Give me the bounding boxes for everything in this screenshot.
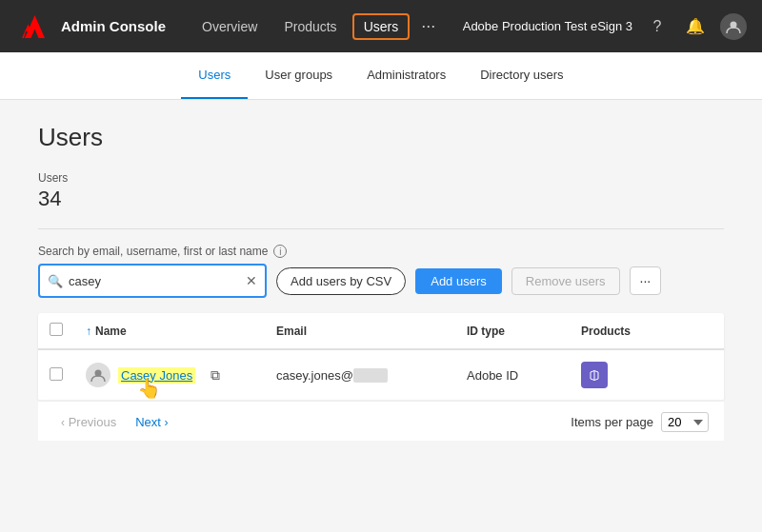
search-info-icon[interactable]: i: [273, 245, 287, 258]
sub-navigation: Users User groups Administrators Directo…: [0, 52, 762, 100]
subnav-user-groups[interactable]: User groups: [248, 52, 350, 99]
th-idtype: ID type: [455, 313, 570, 349]
add-users-button[interactable]: Add users: [415, 268, 502, 294]
user-name-link-wrapper: Casey Jones 👆: [118, 368, 195, 383]
user-avatar-icon: [86, 363, 110, 387]
help-icon[interactable]: ?: [644, 13, 671, 40]
table-header-row: ↑Name Email ID type Products: [38, 313, 724, 349]
user-email: casey.jones@: [276, 368, 388, 383]
user-products-cell: [570, 349, 724, 401]
copy-icon[interactable]: ⧉: [211, 367, 220, 384]
pagination-row: ‹ Previous Next › Items per page 20 50 1…: [38, 401, 724, 441]
previous-button: ‹ Previous: [53, 411, 124, 433]
search-input[interactable]: [69, 274, 221, 288]
top-navigation: Admin Console Overview Products Users ··…: [0, 0, 762, 52]
users-table: ↑Name Email ID type Products: [38, 313, 724, 401]
user-avatar-cell: Casey Jones 👆 ⧉: [86, 363, 253, 387]
row-checkbox-cell[interactable]: [38, 349, 74, 401]
app-title: Admin Console: [61, 18, 166, 34]
items-per-page: Items per page 20 50 100: [571, 412, 724, 432]
th-products: Products: [570, 313, 724, 349]
next-label: Next: [135, 415, 164, 429]
next-button[interactable]: Next ›: [128, 411, 175, 433]
user-name-link[interactable]: Casey Jones: [118, 367, 195, 384]
notifications-icon[interactable]: 🔔: [682, 13, 709, 40]
search-bar-section: Search by email, username, first or last…: [38, 245, 724, 298]
sort-arrow-icon: ↑: [86, 325, 91, 338]
subnav-directory-users[interactable]: Directory users: [463, 52, 580, 99]
user-idtype: Adobe ID: [467, 368, 518, 383]
product-icon: [581, 362, 608, 388]
row-checkbox[interactable]: [50, 367, 63, 381]
search-input-wrapper: 🔍 ✕: [38, 264, 267, 298]
search-label: Search by email, username, first or last…: [38, 245, 724, 258]
th-name[interactable]: ↑Name: [74, 313, 265, 349]
search-clear-icon[interactable]: ✕: [246, 273, 257, 288]
nav-products[interactable]: Products: [272, 13, 348, 40]
nav-right: Adobe Production Test eSign 3 ? 🔔: [463, 13, 747, 40]
main-content: Users Users 34 Search by email, username…: [0, 100, 762, 441]
adobe-logo: [15, 10, 48, 43]
th-email: Email: [265, 313, 455, 349]
th-select-all[interactable]: [38, 313, 74, 349]
more-actions-button[interactable]: ···: [630, 266, 662, 295]
select-all-checkbox[interactable]: [50, 323, 63, 336]
page-title: Users: [38, 123, 724, 152]
actions-row: 🔍 ✕ Add users by CSV Add users Remove us…: [38, 264, 724, 298]
user-idtype-cell: Adobe ID: [455, 349, 570, 401]
next-chevron: ›: [165, 416, 169, 429]
previous-chevron: ‹: [61, 416, 65, 429]
pagination-nav: ‹ Previous Next ›: [38, 411, 176, 433]
search-icon: 🔍: [48, 274, 63, 288]
nav-more[interactable]: ···: [413, 12, 443, 40]
nav-users[interactable]: Users: [352, 13, 411, 40]
nav-links: Overview Products Users ···: [190, 12, 455, 40]
divider: [38, 228, 724, 229]
subnav-administrators[interactable]: Administrators: [350, 52, 463, 99]
add-users-csv-button[interactable]: Add users by CSV: [276, 267, 406, 295]
previous-label: Previous: [69, 415, 117, 429]
org-name: Adobe Production Test eSign 3: [463, 19, 632, 33]
items-per-page-label: Items per page: [571, 415, 653, 429]
nav-overview[interactable]: Overview: [190, 13, 269, 40]
items-per-page-select[interactable]: 20 50 100: [661, 412, 709, 432]
table-row: Casey Jones 👆 ⧉ casey.jones@ Adobe ID: [38, 349, 724, 401]
user-email-cell: casey.jones@: [265, 349, 455, 401]
stats-label: Users: [38, 171, 724, 185]
user-avatar[interactable]: [720, 13, 747, 40]
user-name-cell: Casey Jones 👆 ⧉: [74, 349, 265, 401]
remove-users-button: Remove users: [511, 267, 620, 295]
stats-section: Users 34: [38, 171, 724, 211]
stats-value: 34: [38, 187, 724, 211]
subnav-users[interactable]: Users: [181, 52, 248, 99]
